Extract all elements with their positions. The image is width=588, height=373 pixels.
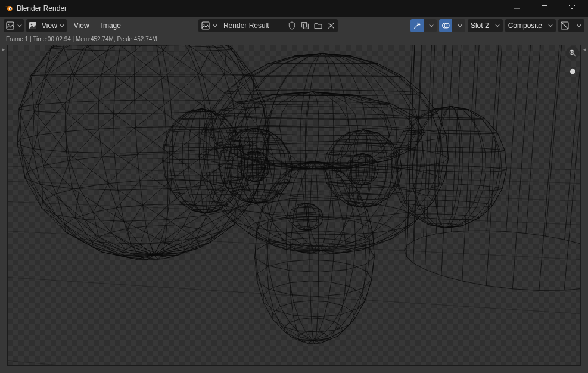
svg-point-5 <box>8 24 9 25</box>
viewport-zoom-tool[interactable] <box>566 46 579 60</box>
editor-type-selector[interactable] <box>4 19 24 32</box>
new-image-button[interactable] <box>298 19 312 32</box>
svg-point-9 <box>203 24 204 25</box>
render-status-text: Frame:1 | Time:00:02.94 | Mem:452.74M, P… <box>6 36 157 42</box>
region-toggle-right-icon[interactable]: ◂ <box>583 46 586 52</box>
image-name-field[interactable]: Render Result <box>220 19 285 32</box>
window-title: Blender Render <box>17 4 67 13</box>
window-titlebar: Blender Render <box>0 0 588 17</box>
window-close-button[interactable] <box>558 0 586 17</box>
svg-point-7 <box>31 24 33 26</box>
blender-logo-icon <box>5 4 13 13</box>
svg-point-2 <box>10 8 11 10</box>
chevron-down-icon <box>429 21 434 30</box>
image-name-value: Render Result <box>223 21 269 30</box>
overlay-dropdown[interactable] <box>452 19 465 32</box>
view-dropdown-label: View <box>42 21 57 30</box>
render-viewport[interactable] <box>7 45 581 366</box>
region-toggle-left-icon[interactable]: ▸ <box>2 46 5 52</box>
image-editor-header: View View Image Render Result <box>0 17 588 35</box>
menu-view-label: View <box>74 21 89 30</box>
gizmo-dropdown[interactable] <box>424 19 437 32</box>
slot-label: Slot 2 <box>471 21 489 30</box>
window-minimize-button[interactable] <box>503 0 531 17</box>
window-maximize-button[interactable] <box>531 0 558 17</box>
slot-selector[interactable]: Slot 2 <box>468 19 503 32</box>
svg-rect-11 <box>303 24 308 29</box>
menu-image-label: Image <box>101 21 121 30</box>
menu-image[interactable]: Image <box>97 19 126 32</box>
overlay-toggle[interactable] <box>439 19 452 32</box>
open-image-button[interactable] <box>312 19 325 32</box>
layer-selector[interactable]: Composite <box>505 19 556 32</box>
viewport-pan-tool[interactable] <box>566 64 579 77</box>
image-viewport-area: ▸ ◂ <box>0 44 588 373</box>
chevron-down-icon <box>60 21 64 30</box>
chevron-down-icon <box>577 21 581 30</box>
chevron-down-icon <box>548 21 553 30</box>
image-mode-button[interactable] <box>26 19 39 32</box>
gizmo-toggle[interactable] <box>410 19 424 32</box>
layer-label: Composite <box>508 21 542 30</box>
chevron-down-icon <box>458 21 462 30</box>
display-channels-button[interactable] <box>558 19 571 32</box>
fake-user-toggle[interactable] <box>285 19 298 32</box>
image-browse-button[interactable] <box>198 19 220 32</box>
svg-rect-3 <box>542 6 547 11</box>
menu-view[interactable]: View <box>69 19 94 32</box>
chevron-down-icon <box>17 21 22 30</box>
svg-rect-10 <box>302 23 307 27</box>
chevron-down-icon <box>213 21 217 30</box>
display-channels-dropdown[interactable] <box>571 19 584 32</box>
view-dropdown[interactable]: View <box>39 19 67 32</box>
render-status-bar: Frame:1 | Time:00:02.94 | Mem:452.74M, P… <box>0 35 588 44</box>
unlink-image-button[interactable] <box>325 19 338 32</box>
chevron-down-icon <box>495 21 500 30</box>
